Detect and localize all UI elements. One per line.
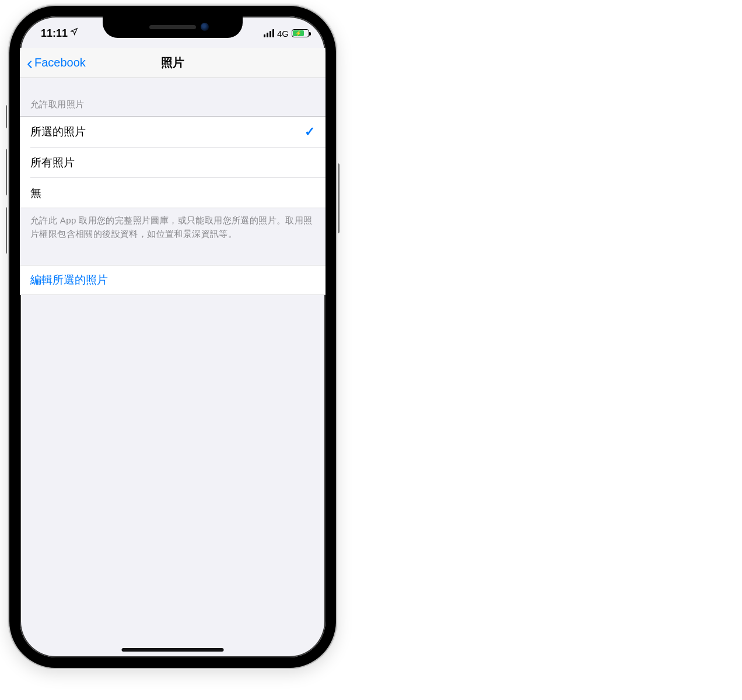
power-button <box>336 163 340 233</box>
option-label: 無 <box>30 186 41 201</box>
back-label: Facebook <box>34 56 86 69</box>
cellular-signal-icon <box>264 29 274 37</box>
back-button[interactable]: ‹ Facebook <box>27 54 161 72</box>
option-all-photos[interactable]: 所有照片 <box>30 147 326 177</box>
location-arrow-icon <box>70 27 78 37</box>
option-none[interactable]: 無 <box>30 177 326 208</box>
home-indicator[interactable] <box>122 648 224 652</box>
screen: 11:11 4G ⚡ ‹ Facebook <box>20 16 326 657</box>
content: 允許取用照片 所選的照片 ✓ 所有照片 無 允許此 App 取用您的完整照片圖庫… <box>20 78 326 295</box>
options-group: 所選的照片 ✓ 所有照片 無 <box>20 116 326 208</box>
network-label: 4G <box>277 29 289 38</box>
page-title: 照片 <box>161 55 184 71</box>
checkmark-icon: ✓ <box>304 124 315 139</box>
section-header: 允許取用照片 <box>20 78 326 116</box>
speaker-grille <box>149 25 196 29</box>
edit-selected-photos-button[interactable]: 編輯所選的照片 <box>20 265 326 295</box>
charging-bolt-icon: ⚡ <box>295 31 302 36</box>
option-label: 所有照片 <box>30 155 75 170</box>
chevron-left-icon: ‹ <box>27 54 33 72</box>
front-camera <box>201 23 209 31</box>
device-wrap: 11:11 4G ⚡ ‹ Facebook <box>9 6 336 668</box>
notch <box>103 16 243 38</box>
option-selected-photos[interactable]: 所選的照片 ✓ <box>20 117 326 147</box>
nav-bar: ‹ Facebook 照片 <box>20 48 326 78</box>
option-label: 所選的照片 <box>30 124 86 139</box>
battery-icon: ⚡ <box>292 29 309 37</box>
device-frame: 11:11 4G ⚡ ‹ Facebook <box>9 6 336 668</box>
status-time: 11:11 <box>41 27 68 40</box>
edit-label: 編輯所選的照片 <box>30 272 108 288</box>
section-footer: 允許此 App 取用您的完整照片圖庫，或只能取用您所選的照片。取用照片權限包含相… <box>20 208 326 252</box>
